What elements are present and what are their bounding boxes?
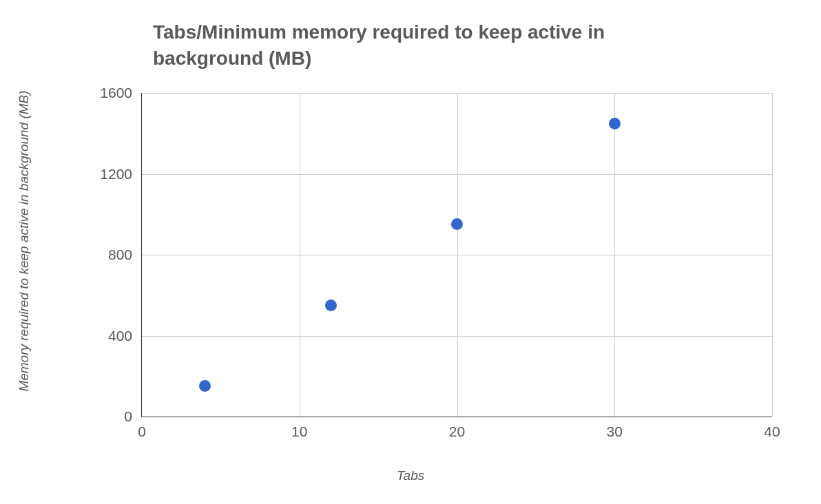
data-point — [199, 380, 211, 392]
y-tick-label: 800 — [108, 246, 142, 263]
x-axis-label: Tabs — [0, 468, 821, 483]
data-point — [609, 118, 621, 129]
y-tick-label: 1200 — [100, 166, 142, 182]
x-tick-label: 30 — [607, 417, 623, 440]
y-tick-label: 1600 — [100, 85, 142, 101]
x-tick-label: 10 — [291, 417, 307, 440]
gridline-horizontal — [142, 174, 772, 175]
gridline-horizontal — [142, 255, 772, 255]
gridline-vertical — [772, 93, 773, 417]
chart-title: Tabs/Minimum memory required to keep act… — [153, 19, 635, 72]
data-point — [325, 300, 337, 311]
data-point — [451, 218, 463, 230]
y-tick-label: 400 — [108, 328, 142, 344]
x-tick-label: 20 — [449, 417, 465, 440]
gridline-horizontal — [142, 93, 772, 94]
gridline-horizontal — [142, 336, 772, 337]
x-tick-label: 40 — [764, 417, 780, 440]
scatter-chart: Tabs/Minimum memory required to keep act… — [0, 0, 821, 504]
y-axis-label: Memory required to keep active in backgr… — [17, 90, 32, 391]
plot-area: 0 400 800 1200 1600 0 10 20 30 40 — [141, 93, 772, 417]
x-tick-label: 0 — [138, 417, 146, 440]
